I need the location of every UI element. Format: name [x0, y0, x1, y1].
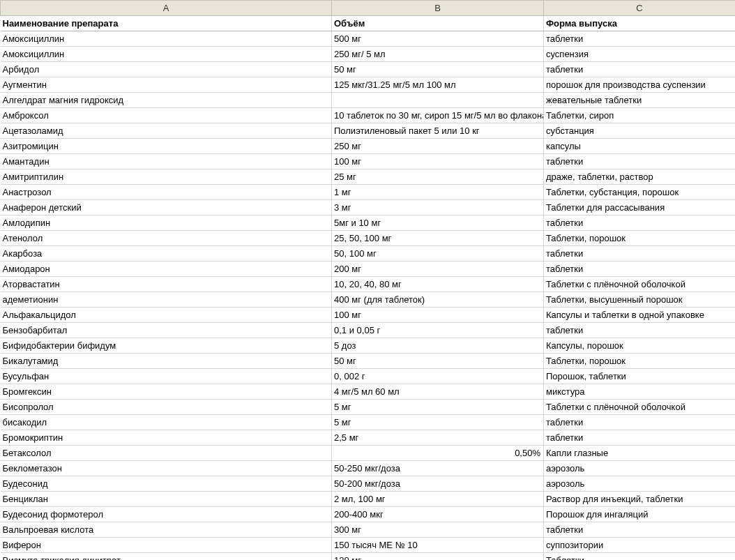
- cell-form[interactable]: таблетки: [544, 415, 736, 430]
- cell-volume[interactable]: 2,5 мг: [332, 430, 544, 446]
- cell-name[interactable]: Атенолол: [1, 231, 332, 246]
- cell-volume[interactable]: 5 доз: [332, 338, 544, 354]
- cell-name[interactable]: Висмута трикалия дицитрат: [1, 553, 332, 561]
- cell-volume[interactable]: 250 мг/ 5 мл: [332, 47, 544, 62]
- cell-form[interactable]: аэрозоль: [544, 476, 736, 492]
- cell-form[interactable]: Таблетки, порошок: [544, 231, 736, 246]
- cell-name[interactable]: Алгелдрат магния гидроксид: [1, 93, 332, 108]
- cell-name[interactable]: Бенциклан: [1, 492, 332, 507]
- cell-form[interactable]: Таблетки с плёночной оболочкой: [544, 277, 736, 292]
- cell-name[interactable]: Амитриптилин: [1, 169, 332, 185]
- cell-volume[interactable]: 200 мг: [332, 262, 544, 277]
- cell-name[interactable]: Арбидол: [1, 62, 332, 77]
- cell-volume[interactable]: 10 таблеток по 30 мг, сироп 15 мг/5 мл в…: [332, 108, 544, 123]
- cell-volume[interactable]: 100 мг: [332, 154, 544, 169]
- cell-name[interactable]: Альфакальцидол: [1, 308, 332, 323]
- cell-name[interactable]: Будесонид формотерол: [1, 507, 332, 522]
- cell-volume[interactable]: 25 мг: [332, 169, 544, 185]
- cell-name[interactable]: Амиодарон: [1, 262, 332, 277]
- cell-volume[interactable]: 50 мг: [332, 354, 544, 369]
- cell-volume[interactable]: 200-400 мкг: [332, 507, 544, 522]
- header-form[interactable]: Форма выпуска: [544, 16, 736, 31]
- cell-form[interactable]: таблетки: [544, 62, 736, 77]
- cell-form[interactable]: Порошок для ингаляций: [544, 507, 736, 522]
- cell-volume[interactable]: 50-200 мкг/доза: [332, 476, 544, 492]
- cell-volume[interactable]: 5 мг: [332, 415, 544, 430]
- cell-form[interactable]: субстанция: [544, 123, 736, 139]
- cell-form[interactable]: таблетки: [544, 430, 736, 446]
- cell-form[interactable]: Раствор для инъекций, таблетки: [544, 492, 736, 507]
- cell-volume[interactable]: 150 тысяч МЕ № 10: [332, 538, 544, 553]
- header-name[interactable]: Наименование препарата: [1, 16, 332, 31]
- cell-form[interactable]: Капсулы, порошок: [544, 338, 736, 354]
- cell-name[interactable]: Бромгексин: [1, 384, 332, 400]
- cell-form[interactable]: таблетки: [544, 522, 736, 538]
- cell-volume[interactable]: 2 мл, 100 мг: [332, 492, 544, 507]
- cell-name[interactable]: Бисопролол: [1, 400, 332, 415]
- cell-form[interactable]: таблетки: [544, 31, 736, 47]
- cell-volume[interactable]: 25, 50, 100 мг: [332, 231, 544, 246]
- column-letter-b[interactable]: B: [332, 1, 544, 16]
- cell-name[interactable]: Бусульфан: [1, 369, 332, 384]
- cell-form[interactable]: жевательные таблетки: [544, 93, 736, 108]
- cell-volume[interactable]: 50, 100 мг: [332, 246, 544, 262]
- cell-form[interactable]: Таблетки, сироп: [544, 108, 736, 123]
- cell-form[interactable]: Капсулы и таблетки в одной упаковке: [544, 308, 736, 323]
- cell-volume[interactable]: 3 мг: [332, 200, 544, 215]
- cell-name[interactable]: Бетаксолол: [1, 446, 332, 461]
- cell-form[interactable]: таблетки: [544, 323, 736, 338]
- cell-form[interactable]: суспензия: [544, 47, 736, 62]
- cell-form[interactable]: Таблетки, высушенный порошок: [544, 292, 736, 308]
- cell-volume[interactable]: 0,50%: [332, 446, 544, 461]
- cell-name[interactable]: Аугментин: [1, 77, 332, 93]
- cell-volume[interactable]: 125 мкг/31.25 мг/5 мл 100 мл: [332, 77, 544, 93]
- cell-form[interactable]: Капли глазные: [544, 446, 736, 461]
- cell-volume[interactable]: 5мг и 10 мг: [332, 215, 544, 231]
- cell-form[interactable]: таблетки: [544, 246, 736, 262]
- cell-form[interactable]: драже, таблетки, раствор: [544, 169, 736, 185]
- cell-form[interactable]: Порошок, таблетки: [544, 369, 736, 384]
- cell-name[interactable]: Анаферон детский: [1, 200, 332, 215]
- cell-volume[interactable]: 50-250 мкг/доза: [332, 461, 544, 476]
- cell-form[interactable]: таблетки: [544, 154, 736, 169]
- cell-volume[interactable]: 0,1 и 0,05 г: [332, 323, 544, 338]
- cell-volume[interactable]: 120 мг: [332, 553, 544, 561]
- cell-volume[interactable]: 0, 002 г: [332, 369, 544, 384]
- cell-volume[interactable]: 500 мг: [332, 31, 544, 47]
- cell-form[interactable]: таблетки: [544, 262, 736, 277]
- cell-name[interactable]: Акарбоза: [1, 246, 332, 262]
- cell-name[interactable]: Будесонид: [1, 476, 332, 492]
- column-letter-c[interactable]: C: [544, 1, 736, 16]
- cell-form[interactable]: таблетки: [544, 215, 736, 231]
- cell-name[interactable]: Бензобарбитал: [1, 323, 332, 338]
- cell-name[interactable]: Аторвастатин: [1, 277, 332, 292]
- cell-name[interactable]: Бромокриптин: [1, 430, 332, 446]
- cell-form[interactable]: порошок для производства суспензии: [544, 77, 736, 93]
- cell-volume[interactable]: 300 мг: [332, 522, 544, 538]
- cell-volume[interactable]: 250 мг: [332, 139, 544, 154]
- cell-form[interactable]: аэрозоль: [544, 461, 736, 476]
- cell-volume[interactable]: [332, 93, 544, 108]
- cell-name[interactable]: Виферон: [1, 538, 332, 553]
- cell-volume[interactable]: Полиэтиленовый пакет 5 или 10 кг: [332, 123, 544, 139]
- cell-form[interactable]: капсулы: [544, 139, 736, 154]
- cell-name[interactable]: Анастрозол: [1, 185, 332, 200]
- cell-form[interactable]: Таблетки: [544, 553, 736, 561]
- cell-form[interactable]: Таблетки с плёночной оболочкой: [544, 400, 736, 415]
- cell-volume[interactable]: 400 мг (для таблеток): [332, 292, 544, 308]
- cell-name[interactable]: Амоксициллин: [1, 31, 332, 47]
- cell-volume[interactable]: 100 мг: [332, 308, 544, 323]
- cell-form[interactable]: суппозитории: [544, 538, 736, 553]
- cell-volume[interactable]: 5 мг: [332, 400, 544, 415]
- cell-name[interactable]: Вальпроевая кислота: [1, 522, 332, 538]
- header-volume[interactable]: Объём: [332, 16, 544, 31]
- cell-volume[interactable]: 1 мг: [332, 185, 544, 200]
- cell-name[interactable]: адеметионин: [1, 292, 332, 308]
- cell-name[interactable]: Ацетазоламид: [1, 123, 332, 139]
- cell-name[interactable]: Амлодипин: [1, 215, 332, 231]
- cell-name[interactable]: бисакодил: [1, 415, 332, 430]
- cell-form[interactable]: микстура: [544, 384, 736, 400]
- cell-name[interactable]: Бикалутамид: [1, 354, 332, 369]
- cell-volume[interactable]: 10, 20, 40, 80 мг: [332, 277, 544, 292]
- cell-name[interactable]: Амантадин: [1, 154, 332, 169]
